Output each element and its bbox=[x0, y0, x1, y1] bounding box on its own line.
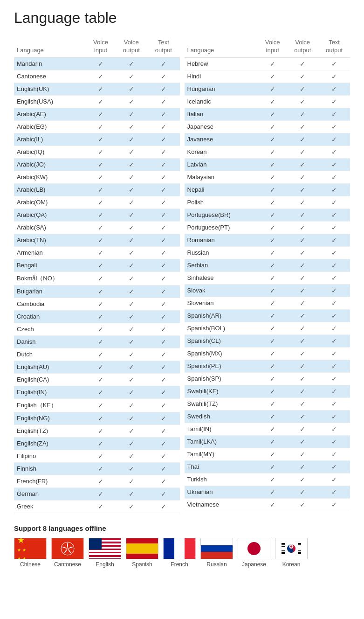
lang-name: Filipino bbox=[14, 450, 86, 462]
voice-output-check: ✓ bbox=[287, 360, 318, 372]
voice-input-check: ✓ bbox=[86, 259, 115, 271]
voice-output-check: ✓ bbox=[287, 309, 318, 322]
text-output-check: ✓ bbox=[147, 95, 179, 108]
table-row: Arabic(SA) ✓ ✓ ✓ bbox=[14, 221, 180, 234]
voice-output-check: ✓ bbox=[115, 196, 147, 209]
text-output-check: ✓ bbox=[147, 323, 179, 335]
text-output-check: ✓ bbox=[318, 70, 350, 83]
voice-input-check: ✓ bbox=[258, 309, 287, 322]
voice-input-check: ✓ bbox=[86, 146, 115, 158]
voice-input-check: ✓ bbox=[258, 284, 287, 297]
lang-name: Nepali bbox=[185, 183, 259, 196]
lang-name: Serbian bbox=[185, 259, 259, 271]
voice-input-check: ✓ bbox=[258, 133, 287, 146]
text-output-check: ✓ bbox=[318, 120, 350, 133]
lang-name: French(FR) bbox=[14, 475, 86, 487]
voice-input-check: ✓ bbox=[258, 209, 287, 221]
voice-input-check: ✓ bbox=[86, 70, 115, 83]
text-output-check: ✓ bbox=[147, 373, 179, 386]
table-row: Slovenian ✓ ✓ ✓ bbox=[185, 297, 350, 309]
lang-name: Czech bbox=[14, 323, 86, 335]
voice-output-check: ✓ bbox=[287, 171, 318, 183]
table-row: Hindi ✓ ✓ ✓ bbox=[185, 70, 350, 83]
table-row: Bengali ✓ ✓ ✓ bbox=[14, 259, 180, 271]
voice-input-check: ✓ bbox=[258, 498, 287, 511]
text-output-check: ✓ bbox=[318, 183, 350, 196]
lang-name: Arabic(OM) bbox=[14, 196, 86, 209]
table-row: Turkish ✓ ✓ ✓ bbox=[185, 473, 350, 486]
voice-input-check: ✓ bbox=[86, 183, 115, 196]
flag-item: English bbox=[89, 538, 121, 568]
table-row: Japanese ✓ ✓ ✓ bbox=[185, 120, 350, 133]
offline-title: Support 8 languages offline bbox=[14, 524, 350, 532]
table-row: Cambodia ✓ ✓ ✓ bbox=[14, 298, 180, 310]
voice-input-check: ✓ bbox=[86, 475, 115, 487]
voice-input-check: ✓ bbox=[258, 183, 287, 196]
table-row: Arabic(TN) ✓ ✓ ✓ bbox=[14, 234, 180, 246]
table-row: Arabic(IQ) ✓ ✓ ✓ bbox=[14, 146, 180, 158]
lang-name: Arabic(AE) bbox=[14, 108, 86, 120]
lang-name: Armenian bbox=[14, 246, 86, 259]
offline-section: Support 8 languages offline ★★ ★★ ★ Chin… bbox=[14, 524, 350, 568]
voice-input-check: ✓ bbox=[86, 450, 115, 462]
voice-input-check: ✓ bbox=[86, 298, 115, 310]
flag-korea bbox=[275, 538, 308, 559]
voice-input-check: ✓ bbox=[86, 323, 115, 335]
text-output-check: ✓ bbox=[318, 423, 350, 435]
voice-input-check: ✓ bbox=[258, 57, 287, 70]
voice-input-check: ✓ bbox=[258, 95, 287, 108]
voice-output-check: ✓ bbox=[115, 83, 147, 95]
voice-output-check: ✓ bbox=[287, 473, 318, 486]
voice-input-check: ✓ bbox=[86, 412, 115, 424]
voice-input-check: ✓ bbox=[258, 120, 287, 133]
table-row: Serbian ✓ ✓ ✓ bbox=[185, 259, 350, 271]
text-output-check: ✓ bbox=[318, 360, 350, 372]
voice-input-check: ✓ bbox=[86, 437, 115, 450]
voice-input-check: ✓ bbox=[86, 120, 115, 133]
lang-name: English（KE） bbox=[14, 398, 86, 412]
text-output-check: ✓ bbox=[147, 234, 179, 246]
lang-name: Slovenian bbox=[185, 297, 259, 309]
svg-point-16 bbox=[290, 549, 293, 552]
voice-output-check: ✓ bbox=[287, 83, 318, 95]
text-output-check: ✓ bbox=[147, 57, 179, 70]
voice-input-check: ✓ bbox=[86, 209, 115, 221]
voice-output-check: ✓ bbox=[115, 500, 147, 513]
table-row: Croatian ✓ ✓ ✓ bbox=[14, 310, 180, 323]
voice-input-check: ✓ bbox=[258, 334, 287, 347]
voice-input-check: ✓ bbox=[86, 171, 115, 183]
voice-output-check: ✓ bbox=[287, 435, 318, 448]
flag-hk bbox=[51, 538, 84, 559]
voice-input-check: ✓ bbox=[86, 83, 115, 95]
lang-name: German bbox=[14, 487, 86, 500]
lang-name: English(IN) bbox=[14, 386, 86, 398]
voice-output-check: ✓ bbox=[287, 284, 318, 297]
text-output-check: ✓ bbox=[318, 347, 350, 360]
lang-name: Arabic(LB) bbox=[14, 183, 86, 196]
flag-item: Korean bbox=[275, 538, 308, 568]
table-row: Spanish(BOL) ✓ ✓ ✓ bbox=[185, 322, 350, 334]
page-title: Language table bbox=[14, 9, 350, 27]
lang-name: Hindi bbox=[185, 70, 259, 83]
voice-output-check: ✓ bbox=[115, 475, 147, 487]
left-lang-header: Language bbox=[14, 36, 86, 57]
voice-input-check: ✓ bbox=[258, 322, 287, 334]
voice-output-check: ✓ bbox=[115, 298, 147, 310]
voice-output-check: ✓ bbox=[287, 372, 318, 385]
voice-output-check: ✓ bbox=[115, 335, 147, 348]
text-output-check: ✓ bbox=[318, 372, 350, 385]
voice-output-check: ✓ bbox=[115, 120, 147, 133]
lang-name: Arabic(IL) bbox=[14, 133, 86, 146]
flag-item: French bbox=[163, 538, 196, 568]
text-output-check: ✓ bbox=[318, 146, 350, 158]
voice-output-check: ✓ bbox=[287, 423, 318, 435]
text-output-check: ✓ bbox=[318, 397, 350, 410]
text-output-check: ✓ bbox=[318, 95, 350, 108]
text-output-check: ✓ bbox=[318, 448, 350, 460]
voice-output-check: ✓ bbox=[115, 259, 147, 271]
voice-output-check: ✓ bbox=[287, 196, 318, 209]
table-row: Latvian ✓ ✓ ✓ bbox=[185, 158, 350, 171]
table-row: English(USA) ✓ ✓ ✓ bbox=[14, 95, 180, 108]
flag-label: English bbox=[96, 561, 114, 568]
flag-item: Russian bbox=[200, 538, 233, 568]
